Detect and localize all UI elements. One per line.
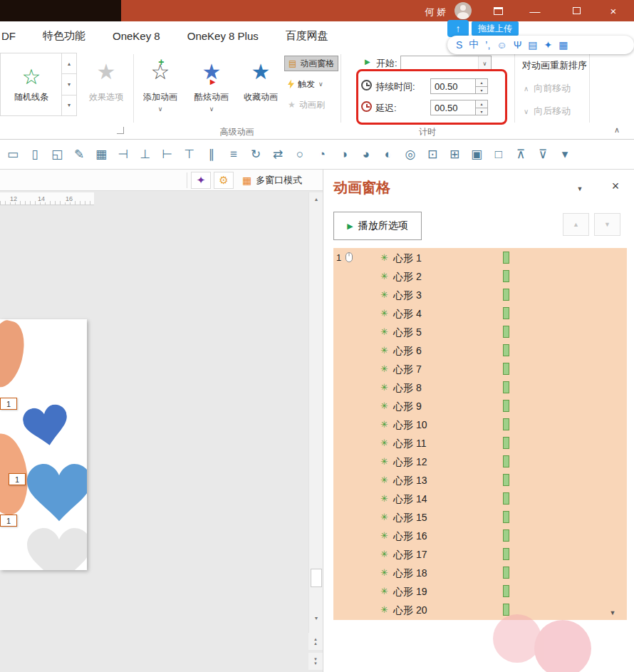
list-scroll-down-button[interactable]: ▼	[606, 606, 619, 619]
favorite-animation-button[interactable]: ★ 收藏动画	[237, 53, 285, 124]
chinese-mode-icon[interactable]: 中	[469, 38, 479, 51]
animation-item[interactable]: ✳ 心形 9	[333, 397, 627, 415]
duration-input[interactable]	[430, 78, 476, 94]
animation-timeline-bar[interactable]	[503, 492, 509, 505]
soft-keyboard-icon[interactable]: ▤	[528, 39, 537, 51]
animation-item[interactable]: ✳ 心形 7	[333, 360, 627, 378]
animation-timeline-bar[interactable]	[503, 307, 509, 319]
insert-chart-icon[interactable]: ▦	[94, 148, 108, 160]
animation-item[interactable]: ✳ 心形 8	[333, 378, 627, 397]
toolbox-icon[interactable]: ▦	[558, 39, 568, 51]
animation-timeline-bar[interactable]	[503, 270, 509, 282]
animation-item[interactable]: ✳ 心形 3	[333, 286, 627, 304]
multi-window-mode-button[interactable]: ▦ 多窗口模式	[238, 171, 306, 190]
spinner-up-icon[interactable]: ▴	[476, 100, 487, 108]
window-layout-button[interactable]	[482, 0, 514, 21]
align-top-icon[interactable]: ⊤	[182, 148, 197, 160]
animation-timeline-bar[interactable]	[503, 326, 509, 338]
move-earlier-button[interactable]: ∧ 向前移动	[524, 82, 571, 95]
ungroup-icon[interactable]: □	[492, 148, 506, 160]
horizontal-textbox-icon[interactable]: ▭	[6, 148, 20, 160]
animation-item[interactable]: ✳ 心形 16	[333, 527, 627, 545]
shapes-icon[interactable]: ◱	[50, 148, 64, 160]
animation-timeline-bar[interactable]	[503, 400, 509, 412]
animation-item[interactable]: ✳ 心形 17	[333, 545, 627, 564]
cool-animation-button[interactable]: ★ ▶ 酷炫动画 ∨	[187, 53, 237, 124]
animation-item[interactable]: ✳ 心形 5	[333, 323, 627, 341]
animation-item[interactable]: ✳ 心形 14	[333, 490, 627, 508]
gallery-item-random-lines[interactable]: ☆ 随机线条	[1, 53, 62, 115]
collapse-ribbon-button[interactable]: ∧	[614, 125, 620, 135]
rotate-icon[interactable]: ↻	[249, 148, 263, 160]
minimize-button[interactable]: —	[519, 0, 551, 21]
animation-timeline-bar[interactable]	[503, 455, 509, 467]
more-tools-icon[interactable]: ▾	[558, 148, 572, 160]
spinner-up-icon[interactable]: ▴	[476, 79, 487, 87]
start-select-value[interactable]	[401, 56, 478, 71]
animation-timeline-bar[interactable]	[503, 252, 509, 264]
animation-item[interactable]: ✳ 心形 20	[333, 601, 627, 619]
animation-timeline-bar[interactable]	[503, 567, 509, 579]
animation-painter-button[interactable]: ★ 动画刷	[284, 97, 328, 113]
animation-timeline-bar[interactable]	[503, 548, 509, 560]
emoji-icon[interactable]: ☺	[497, 39, 506, 51]
move-later-button[interactable]: ∨ 向后移动	[524, 105, 571, 118]
animation-item[interactable]: ✳ 心形 11	[333, 434, 627, 453]
trigger-button[interactable]: 触发 ∨	[284, 76, 327, 92]
send-backward-icon[interactable]: ⊽	[536, 148, 550, 160]
gallery-more-button[interactable]: ▾	[62, 95, 76, 115]
upload-icon[interactable]: ↑	[447, 20, 469, 37]
vertical-textbox-icon[interactable]: ▯	[28, 148, 42, 160]
scroll-down-button[interactable]: ▼	[309, 611, 323, 624]
animation-item[interactable]: ✳ 心形 12	[333, 453, 627, 471]
menu-tab[interactable]: OneKey 8 Plus	[187, 30, 259, 42]
animation-item[interactable]: ✳ 心形 15	[333, 508, 627, 527]
dialog-launcher-icon[interactable]	[117, 127, 124, 134]
menu-tab[interactable]: 特色功能	[43, 29, 85, 43]
animation-timeline-bar[interactable]	[503, 381, 509, 393]
align-left-icon[interactable]: ⊣	[116, 148, 130, 160]
align-center-icon[interactable]: ⊥	[138, 148, 152, 160]
animation-item[interactable]: ✳ 心形 19	[333, 582, 627, 601]
chevron-down-icon[interactable]: ∨	[478, 56, 491, 71]
group-icon[interactable]: ▣	[469, 148, 484, 160]
close-window-button[interactable]: ×	[597, 0, 630, 21]
animation-timeline-bar[interactable]	[503, 344, 509, 356]
animation-item[interactable]: 1 ✳ 心形 1	[333, 249, 627, 267]
animation-pane-toggle-button[interactable]: ▤ 动画窗格	[284, 56, 338, 71]
skin-icon[interactable]: ✦	[544, 39, 553, 51]
edit-shape-icon[interactable]: ✎	[72, 148, 86, 160]
user-avatar[interactable]	[454, 2, 472, 19]
previous-slide-button[interactable]: ▲ ▲	[308, 633, 323, 650]
ring-icon[interactable]: ◎	[403, 148, 417, 160]
punctuation-mode-icon[interactable]: ’,	[485, 39, 490, 51]
half-fill-circle-icon[interactable]: ◑	[337, 148, 351, 160]
menu-tab[interactable]: OneKey 8	[113, 30, 160, 42]
spinner-down-icon[interactable]: ▾	[476, 108, 487, 115]
contrast-circle-icon[interactable]: ◐	[381, 148, 395, 160]
distribute-horizontal-icon[interactable]: ∥	[204, 148, 219, 160]
slide[interactable]: 1 1 1	[0, 319, 87, 570]
pane-dropdown-button[interactable]: ▼	[571, 182, 588, 195]
vertical-scrollbar[interactable]: ▲ ▼	[308, 192, 323, 636]
animation-timeline-bar[interactable]	[503, 474, 509, 486]
voice-input-icon[interactable]: Ψ	[514, 39, 522, 51]
animation-timeline-bar[interactable]	[503, 418, 509, 430]
align-right-icon[interactable]: ⊢	[160, 148, 175, 160]
grid-icon[interactable]: ⊞	[447, 148, 462, 160]
animation-item[interactable]: ✳ 心形 13	[333, 471, 627, 490]
delay-input[interactable]	[430, 100, 476, 115]
flip-icon[interactable]: ⇄	[271, 148, 285, 160]
magic-wand-button[interactable]: ✦	[191, 172, 211, 189]
animation-timeline-bar[interactable]	[503, 289, 509, 301]
animation-timeline-bar[interactable]	[503, 437, 509, 449]
oval-icon[interactable]: ○	[293, 148, 307, 160]
maximize-button[interactable]	[560, 0, 593, 21]
animation-item[interactable]: ✳ 心形 4	[333, 304, 627, 323]
animation-timeline-bar[interactable]	[503, 604, 509, 616]
bring-forward-icon[interactable]: ⊼	[514, 148, 528, 160]
move-item-up-button[interactable]: ▲	[563, 213, 589, 236]
start-select[interactable]: ∨	[400, 56, 492, 71]
play-selected-button[interactable]: ▶ 播放所选项	[333, 212, 422, 240]
pane-close-button[interactable]: ×	[607, 178, 624, 194]
